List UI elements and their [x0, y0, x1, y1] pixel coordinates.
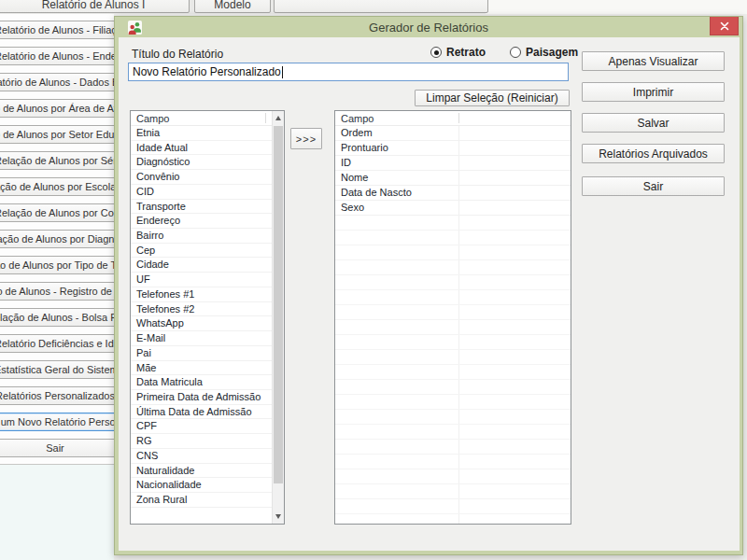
field-label: CID — [136, 186, 154, 197]
available-field-item[interactable]: Zona Rural — [131, 493, 272, 508]
report-menu-button[interactable]: Relação de Alunos por Convê — [0, 203, 117, 222]
available-field-item[interactable]: Mãe — [131, 361, 272, 376]
transfer-button[interactable]: >>> — [290, 128, 322, 149]
field-label: Transporte — [136, 201, 186, 212]
toolbar-button-relatorio-alunos-i[interactable]: Relatório de Alunos I — [0, 0, 190, 13]
report-menu-button[interactable]: Relatório de Alunos - Filiaç — [0, 21, 117, 39]
available-field-item[interactable]: CPF — [131, 419, 272, 434]
report-menu-button-label: Sair — [46, 442, 64, 454]
radio-retrato[interactable]: Retrato — [430, 46, 486, 59]
scroll-down-icon[interactable] — [273, 510, 284, 524]
available-fields-header[interactable]: Campo — [131, 111, 272, 126]
available-field-item[interactable]: Nacionalidade — [131, 478, 272, 493]
available-field-item[interactable]: Naturalidade — [131, 464, 272, 479]
salvar-button[interactable]: Salvar — [582, 113, 725, 133]
available-field-item[interactable]: Diagnóstico — [131, 155, 272, 170]
available-field-item[interactable]: Transporte — [131, 200, 272, 215]
field-label: Bairro — [136, 230, 163, 241]
apenas-visualizar-button[interactable]: Apenas Visualizar — [582, 51, 725, 71]
relatorios-arquivados-button[interactable]: Relatórios Arquivados — [582, 144, 725, 163]
report-menu-button[interactable]: ação de Alunos por Escola R — [0, 177, 117, 196]
selected-fields-header[interactable]: Campo — [335, 111, 571, 126]
imprimir-button[interactable]: Imprimir — [582, 82, 725, 102]
available-field-item[interactable]: Data Matricula — [131, 375, 272, 390]
selected-fields-list: Campo Ordem Prontuario — [334, 110, 571, 525]
field-label: Naturalidade — [136, 465, 194, 476]
radio-paisagem-circle-icon — [510, 47, 521, 58]
field-label: Data de Nascto — [341, 187, 412, 198]
available-field-item[interactable]: Primeira Data de Admissão — [131, 390, 272, 405]
toolbar-button-modelo[interactable]: Modelo — [194, 0, 271, 13]
selected-field-item[interactable]: ID — [335, 156, 571, 171]
field-label: Idade Atual — [136, 142, 188, 153]
selected-field-item[interactable]: Nome — [335, 171, 571, 186]
available-field-item[interactable]: E-Mail — [131, 331, 272, 346]
scroll-up-icon[interactable] — [273, 111, 284, 125]
selected-field-item[interactable]: Data de Nascto — [335, 186, 571, 201]
available-field-item[interactable]: Telefones #1 — [131, 287, 272, 302]
radio-paisagem-label: Paisagem — [526, 46, 578, 59]
report-menu-button-label: elação de Alunos - Bolsa Far — [0, 312, 117, 323]
field-label: E-Mail — [136, 332, 165, 343]
report-title-label: Título do Relatório — [132, 48, 223, 61]
report-menu-button[interactable]: Sair — [0, 439, 117, 457]
report-menu-button[interactable]: o de Alunos por Área de Ate — [0, 99, 117, 118]
available-field-item[interactable]: Última Data de Admissão — [131, 405, 272, 420]
report-menu-button-label: o de Alunos por Setor Educa — [0, 129, 117, 140]
available-field-item[interactable]: Cep — [131, 244, 272, 259]
report-menu-button[interactable]: Relação de Alunos por Séri — [0, 151, 117, 170]
scrollbar-thumb[interactable] — [274, 126, 283, 483]
report-menu-button-label: Relatório de Alunos - Endere — [0, 50, 117, 62]
available-fields-list: Campo Etnia Idade Atual — [130, 110, 285, 525]
dialog-titlebar[interactable]: Gerador de Relatórios — [115, 17, 742, 37]
available-field-item[interactable]: CNS — [131, 449, 272, 464]
field-label: Prontuario — [341, 142, 388, 153]
field-label: Endereço — [136, 215, 180, 226]
field-label: Sexo — [341, 202, 364, 213]
available-field-item[interactable]: Telefones #2 — [131, 302, 272, 317]
report-menu-button[interactable]: lação de Alunos por Diagnó — [0, 230, 117, 248]
available-field-item[interactable]: CID — [131, 185, 272, 200]
available-field-item[interactable]: WhatsApp — [131, 316, 272, 331]
report-menu-button[interactable]: elação de Alunos - Bolsa Far — [0, 308, 117, 327]
available-field-item[interactable]: Convênio — [131, 170, 272, 185]
report-menu-button[interactable]: Relatório de Alunos - Endere — [0, 47, 117, 65]
dialog-body: Título do Relatório Retrato Paisagem Nov… — [119, 37, 740, 551]
available-field-item[interactable]: Bairro — [131, 229, 272, 244]
report-title-value: Novo Relatório Personalizado — [133, 65, 281, 78]
report-menu-button[interactable]: ão de Alunos por Tipo de Tra — [0, 256, 117, 274]
sair-button[interactable]: Sair — [582, 176, 725, 196]
report-menu-button[interactable]: Relatório Deficiências e Idad — [0, 334, 117, 353]
field-label: Zona Rural — [136, 494, 187, 505]
button-label: Sair — [643, 180, 663, 193]
field-label: Telefones #2 — [136, 303, 194, 315]
selected-field-item[interactable]: Sexo — [335, 201, 571, 216]
report-menu-button-label: ação de Alunos por Escola R — [0, 181, 117, 192]
report-menu-button[interactable]: latório de Alunos - Dados Bá — [0, 73, 117, 91]
available-field-item[interactable]: Idade Atual — [131, 141, 272, 156]
available-field-item[interactable]: RG — [131, 434, 272, 449]
available-field-item[interactable]: UF — [131, 273, 272, 287]
clear-selection-button[interactable]: Limpar Seleção (Reiniciar) — [415, 90, 570, 106]
report-menu-button[interactable]: o de Alunos por Setor Educa — [0, 125, 117, 144]
button-label: Apenas Visualizar — [609, 55, 698, 68]
report-menu-button[interactable]: Estatística Geral do Sistem — [0, 360, 117, 379]
report-menu-button-label: Relação de Alunos por Convê — [0, 207, 117, 218]
selected-field-item[interactable]: Prontuario — [335, 141, 571, 156]
field-label: Nacionalidade — [136, 479, 202, 490]
available-field-item[interactable]: Cidade — [131, 258, 272, 273]
selected-field-item[interactable]: Ordem — [335, 126, 571, 141]
available-field-item[interactable]: Pai — [131, 346, 272, 361]
report-menu-button[interactable]: io de Alunos - Registro de M — [0, 282, 117, 301]
report-menu-button[interactable]: r um Novo Relatório Person — [0, 413, 117, 431]
available-field-item[interactable]: Etnia — [131, 126, 272, 141]
report-menu-button[interactable]: Relatórios Personalizados — [0, 386, 117, 405]
report-title-input[interactable]: Novo Relatório Personalizado — [128, 63, 569, 81]
close-button[interactable] — [710, 17, 739, 35]
available-field-item[interactable]: Endereço — [131, 214, 272, 229]
field-label: Primeira Data de Admissão — [136, 391, 261, 402]
field-label: Mãe — [136, 362, 156, 373]
radio-paisagem[interactable]: Paisagem — [510, 46, 578, 59]
toolbar-button-partial[interactable] — [274, 0, 488, 13]
scrollbar-vertical[interactable] — [272, 111, 284, 524]
